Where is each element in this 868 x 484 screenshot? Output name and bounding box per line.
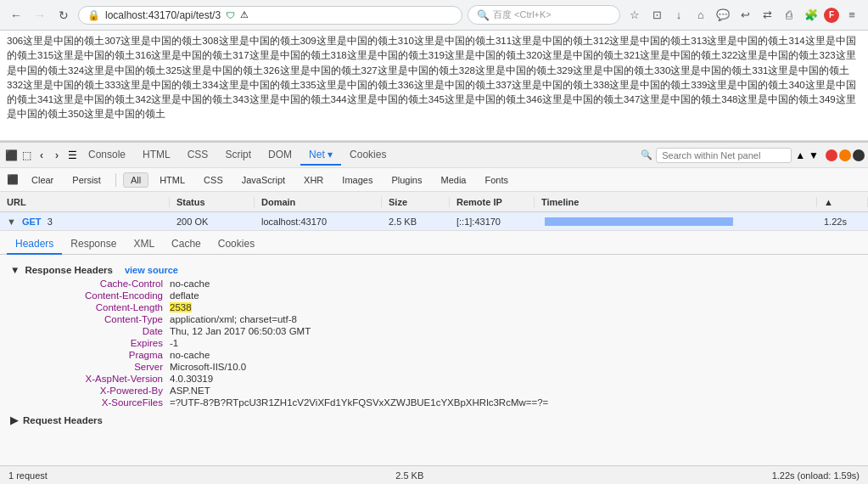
header-pragma: Pragma no-cache [10,350,858,360]
search-down-icon[interactable]: ▼ [809,149,819,161]
browser-chrome: ← → ↻ 🔒 localhost:43170/api/test/3 🛡 ⚠ 🔍… [0,0,868,31]
search-devtools-icon: 🔍 [641,149,652,160]
filter-images-button[interactable]: Images [334,172,380,188]
forward-button[interactable]: → [31,6,49,25]
header-content-length: Content-Length 2538 [10,302,858,312]
menu-icon[interactable]: ≡ [843,6,861,25]
devtools-search-input[interactable] [656,148,792,163]
tab-script[interactable]: Script [216,145,260,166]
inspect-icon[interactable]: ⬛ [3,148,19,163]
collapse-icon[interactable]: ▼ [10,265,20,275]
filter-xhr-button[interactable]: XHR [296,172,331,188]
clear-button[interactable]: Clear [24,172,61,188]
filter-html-button[interactable]: HTML [152,172,193,188]
filter-css-button[interactable]: CSS [196,172,231,188]
col-status: Status [170,197,255,207]
tab-headers[interactable]: Headers [7,234,62,255]
timeline-bar [545,217,733,226]
back2-icon[interactable]: ↩ [736,6,754,25]
prev-icon[interactable]: ‹ [34,148,49,163]
header-value-aspnet-version: 4.0.30319 [170,374,213,384]
search-icon: 🔍 [477,9,490,21]
tab-xml[interactable]: XML [125,234,163,255]
print-icon[interactable]: ⎙ [780,6,798,25]
filter-javascript-button[interactable]: JavaScript [234,172,293,188]
response-headers-section: ▼ Response Headers view source [10,265,858,275]
search-bar[interactable]: 🔍 百度 <Ctrl+K> [468,5,620,25]
reload-button[interactable]: ↻ [54,6,73,25]
filter-divider [115,173,116,187]
table-row[interactable]: ▼ GET 3 200 OK localhost:43170 2.5 KB [:… [0,212,868,231]
download-icon[interactable]: ↓ [669,6,688,25]
header-content-type: Content-Type application/xml; charset=ut… [10,314,858,324]
header-value-content-encoding: deflate [170,290,199,301]
tab-console[interactable]: Console [80,145,134,166]
col-domain: Domain [255,197,382,207]
address-bar[interactable]: 🔒 localhost:43170/api/test/3 🛡 ⚠ [78,6,462,25]
request-headers-label: Request Headers [23,415,103,425]
header-value-powered-by: ASP.NET [170,386,210,396]
col-size: Size [382,197,450,207]
persist-button[interactable]: Persist [64,172,109,188]
browser-toolbar: ☆ ⊡ ↓ ⌂ 💬 ↩ ⇄ ⎙ 🧩 F ≡ [625,6,861,25]
tab-dom[interactable]: DOM [260,145,300,166]
header-name-pragma: Pragma [10,350,163,360]
dock-btn[interactable] [853,149,865,161]
star-icon[interactable]: ☆ [625,6,644,25]
request-headers-section: ▶ Request Headers [10,414,858,426]
minimize-btn[interactable] [839,149,851,161]
tab-net[interactable]: Net ▾ [300,145,341,166]
row-remote-ip: [::1]:43170 [450,217,535,227]
devtools-search: 🔍 ▲ ▼ [641,148,819,163]
col-timeline: Timeline [535,197,817,207]
detail-panel: Headers Response XML Cache Cookies ▼ Res… [0,231,868,465]
profile-icon[interactable]: F [824,8,839,23]
header-value-cache-control: no-cache [170,279,210,289]
filter-fonts-button[interactable]: Fonts [477,172,516,188]
filter-media-button[interactable]: Media [433,172,473,188]
search-up-icon[interactable]: ▲ [795,149,805,161]
tab-response[interactable]: Response [62,234,125,255]
header-cache-control: Cache-Control no-cache [10,279,858,289]
list-icon[interactable]: ☰ [64,148,80,163]
row-domain: localhost:43170 [255,217,382,227]
request-count: 1 request [8,470,48,481]
net-table-header: URL Status Domain Size Remote IP Timelin… [0,192,868,212]
tab-cookies[interactable]: Cookies [341,145,395,166]
select-icon[interactable]: ⬚ [19,148,34,163]
back-button[interactable]: ← [7,6,25,25]
filter-options-icon[interactable]: ⬛ [5,172,20,188]
view-source-link[interactable]: view source [125,265,178,275]
header-name-expires: Expires [10,338,163,348]
extensions-icon[interactable]: 🧩 [802,6,820,25]
tab-html[interactable]: HTML [134,145,179,166]
load-time: 1.22s (onload: 1.59s) [772,470,860,481]
header-name-date: Date [10,326,163,336]
tab-cache[interactable]: Cache [163,234,210,255]
chat-icon[interactable]: 💬 [714,6,732,25]
header-name-content-length: Content-Length [10,302,163,312]
sync-icon[interactable]: ⇄ [758,6,776,25]
url-text: localhost:43170/api/test/3 [105,9,221,21]
header-content-encoding: Content-Encoding deflate [10,290,858,301]
header-name-content-encoding: Content-Encoding [10,290,163,301]
home-icon[interactable]: ⌂ [692,6,710,25]
filter-all-button[interactable]: All [123,172,148,188]
screenshot-icon[interactable]: ⊡ [647,6,666,25]
row-url: ▼ GET 3 [0,217,170,227]
lock-icon: 🔒 [87,9,100,21]
header-server: Server Microsoft-IIS/10.0 [10,362,858,372]
filter-plugins-button[interactable]: Plugins [384,172,429,188]
tab-cookies-detail[interactable]: Cookies [210,234,263,255]
expand-icon[interactable]: ▶ [10,414,18,426]
header-value-server: Microsoft-IIS/10.0 [170,362,246,372]
header-name-powered-by: X-Powered-By [10,386,163,396]
header-value-source-files: =?UTF-8?B?RTpcU3R1ZH1cV2ViXFd1YkFQSVxXZW… [170,397,548,408]
close-red-btn[interactable] [826,149,837,161]
header-expires: Expires -1 [10,338,858,348]
row-timeline [535,217,817,226]
next-icon[interactable]: › [49,148,64,163]
tab-css[interactable]: CSS [179,145,217,166]
header-powered-by: X-Powered-By ASP.NET [10,386,858,396]
header-value-expires: -1 [170,338,178,348]
